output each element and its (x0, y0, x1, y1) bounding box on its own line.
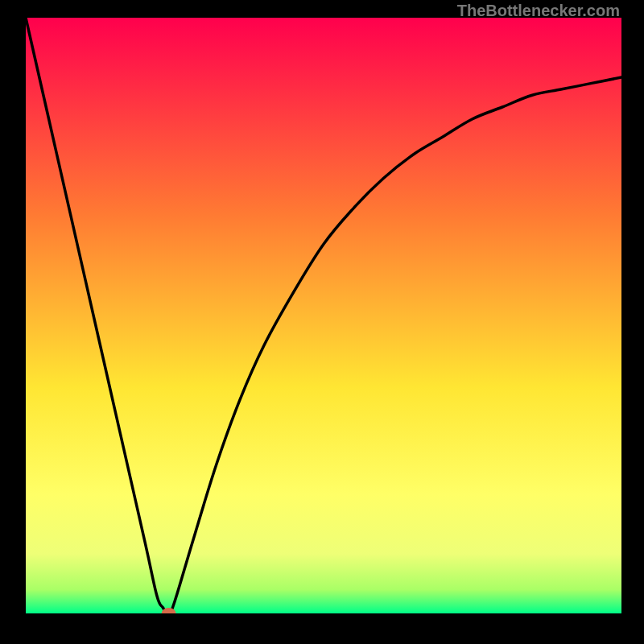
plot-area (26, 18, 621, 613)
gradient-background (26, 18, 621, 613)
chart-frame: TheBottlenecker.com (0, 0, 644, 644)
gradient-rect (26, 18, 621, 613)
